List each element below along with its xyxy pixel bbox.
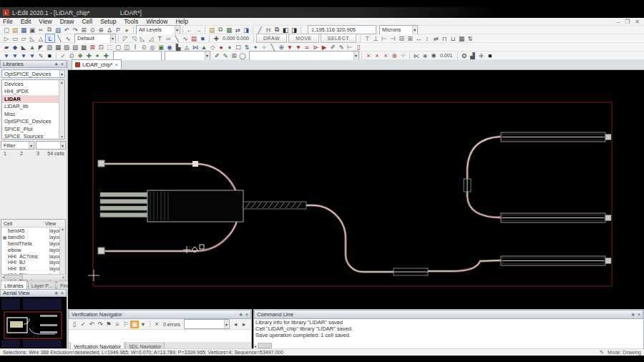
chevron-down-icon[interactable]: ▾ <box>224 320 228 328</box>
open-icon[interactable]: ▤ <box>11 26 19 34</box>
dot-red-icon[interactable]: ● <box>217 43 225 51</box>
instance-box-icon[interactable]: ■ <box>198 34 207 42</box>
pin-icon[interactable]: ∗ <box>54 290 59 296</box>
line2-tool-icon[interactable]: ╲ <box>172 34 181 42</box>
run-check-icon[interactable]: ✓ <box>79 321 87 328</box>
cell-table-header[interactable]: Cell View <box>1 220 65 228</box>
settings-icon[interactable]: ❂ <box>460 52 469 59</box>
style-combo[interactable]: Default▾ <box>74 34 116 44</box>
redo-icon[interactable]: ↷ <box>71 26 79 34</box>
table-row[interactable]: bendTheta layou <box>1 240 65 247</box>
close-icon[interactable]: × <box>61 290 64 296</box>
i-beam-icon[interactable]: Ⅰ <box>131 43 140 51</box>
menu-item[interactable]: View <box>39 18 52 25</box>
tool-icon[interactable]: ✛ <box>477 52 486 59</box>
copy-cell-icon[interactable]: ⧉ <box>216 26 225 34</box>
levels-combo[interactable]: All Levels▾ <box>136 25 180 35</box>
filter-combo[interactable]: Filter▾ <box>1 141 34 150</box>
grid-icon[interactable]: ⊞ <box>230 52 238 59</box>
contrast-icon[interactable]: ◧ <box>281 26 290 34</box>
node-icon[interactable]: ◉ <box>165 43 174 51</box>
chevron-down-icon[interactable]: ▾ <box>205 52 209 60</box>
column-view[interactable]: View <box>44 221 65 226</box>
swatch-icon[interactable]: ■ <box>486 52 494 59</box>
pin-icon[interactable]: ∗ <box>239 312 243 318</box>
triangle2-tool-icon[interactable]: △ <box>36 34 45 42</box>
page-tab-1[interactable]: 1 <box>4 151 6 156</box>
layer-down1-icon[interactable]: ▼ <box>2 52 11 59</box>
array-icon[interactable]: ▦ <box>457 34 466 42</box>
report-icon[interactable]: ▯ <box>70 321 79 328</box>
leaf-icon[interactable]: ◇ <box>208 43 217 51</box>
column-cell[interactable]: Cell <box>1 221 44 226</box>
table-row[interactable]: HHI_BX layou <box>1 265 65 272</box>
spark2-icon[interactable]: ✧ <box>260 43 268 51</box>
minimize-icon[interactable]: – <box>617 19 620 25</box>
units-combo[interactable]: Microns▾ <box>379 25 418 35</box>
library-list-item[interactable]: LiDAR_lib <box>2 103 64 111</box>
tab-stop-icon[interactable]: ⊢ <box>346 43 354 51</box>
libraries-panel-header[interactable]: Libraries ∗ × <box>0 60 67 68</box>
align-vcenter-icon[interactable]: ⊞ <box>406 34 414 42</box>
dots-icon[interactable]: ⁘ <box>399 52 407 59</box>
pen-icon[interactable]: ╱ <box>255 26 264 34</box>
pin-icon[interactable]: ∗ <box>631 312 635 318</box>
chevron-down-icon[interactable]: ▾ <box>412 26 416 34</box>
page-tab-2[interactable]: 2 <box>20 151 23 156</box>
rect-tool-icon[interactable]: ▭ <box>11 34 19 42</box>
command-line-header[interactable]: Command Line ∗ × <box>254 310 643 319</box>
undo-icon[interactable]: ↶ <box>87 321 96 328</box>
verification-panel-header[interactable]: Verification Navigator ∗ × <box>69 310 251 319</box>
inspect-icon[interactable]: ⊙ <box>67 52 76 59</box>
exchange-icon[interactable]: ⇄ <box>233 26 242 34</box>
clear-errors-icon[interactable]: × <box>152 321 161 328</box>
contrast2-icon[interactable]: ◨ <box>290 26 298 34</box>
library-list-item[interactable]: SPICE_Plot <box>2 125 64 133</box>
save-cell-icon[interactable]: ▦ <box>225 26 233 34</box>
open-cell-icon[interactable]: ▤ <box>208 26 216 34</box>
align-left-icon[interactable]: ⊢ <box>380 34 389 42</box>
split-icon[interactable]: ◫ <box>122 43 131 51</box>
aerial-view-header[interactable]: Aerial View ∗ × <box>0 289 67 297</box>
chevron-down-icon[interactable]: ▾ <box>110 34 114 43</box>
chart-icon[interactable]: ▟ <box>469 52 477 59</box>
align-top-icon[interactable]: ⊤ <box>363 34 371 42</box>
marker2-icon[interactable]: ▼ <box>294 43 303 51</box>
undo-icon[interactable]: ↶ <box>62 26 71 34</box>
outline-icon[interactable]: ▢ <box>114 43 122 51</box>
port-b-icon[interactable]: ◹ <box>130 34 138 42</box>
line-tool-icon[interactable]: ╲ <box>55 34 64 42</box>
snap1-icon[interactable]: ⋉ <box>412 52 421 59</box>
tab-close-icon[interactable]: × <box>115 62 118 67</box>
caliper-icon[interactable]: Δ <box>105 26 114 34</box>
back-icon[interactable]: ← <box>185 26 194 34</box>
probe2-icon[interactable]: ⊳ <box>311 43 320 51</box>
curve2-tool-icon[interactable]: ∿ <box>181 34 190 42</box>
prev-error-icon[interactable]: ◂ <box>231 321 240 328</box>
pen4-icon[interactable]: ✐ <box>213 52 221 59</box>
snap3-icon[interactable]: ✱ <box>429 52 438 59</box>
mode-button[interactable]: MOVE <box>288 34 319 43</box>
chevron-down-icon[interactable]: ▾ <box>59 70 64 77</box>
pointer-icon[interactable]: ▷ <box>2 34 11 42</box>
new-icon[interactable]: ▢ <box>2 26 11 34</box>
stack-icon[interactable]: ⧉ <box>273 26 281 34</box>
tree-icon[interactable]: ▲ <box>200 43 208 51</box>
document-tab[interactable]: LiDAR_chip* × <box>72 59 122 69</box>
table-row[interactable]: bend45 layou <box>1 228 65 234</box>
menu-item[interactable]: Cell <box>82 18 92 25</box>
clear2-icon[interactable]: × <box>373 52 381 59</box>
find-icon[interactable]: ⊙ <box>88 26 97 34</box>
port-d-icon[interactable]: ◿ <box>147 34 155 42</box>
scroll-left-icon[interactable]: ◂ <box>254 343 256 348</box>
menu-item[interactable]: File <box>3 18 13 25</box>
table-row[interactable]: ▦ bend90 layou <box>1 234 65 240</box>
library-list-item[interactable]: Devices <box>2 80 64 88</box>
save-all-icon[interactable]: ▦ <box>19 26 28 34</box>
command-line-output[interactable]: ◂ Library info for library "LIDAR" saved… <box>254 319 643 349</box>
restore-icon[interactable]: ❐ <box>625 19 630 25</box>
clear-all-icon[interactable]: ⊗ <box>390 52 399 59</box>
layer-down3-icon[interactable]: ▼ <box>19 52 28 59</box>
align-bottom-icon[interactable]: ⊥ <box>371 34 380 42</box>
chevron-down-icon[interactable]: ▾ <box>60 142 64 149</box>
